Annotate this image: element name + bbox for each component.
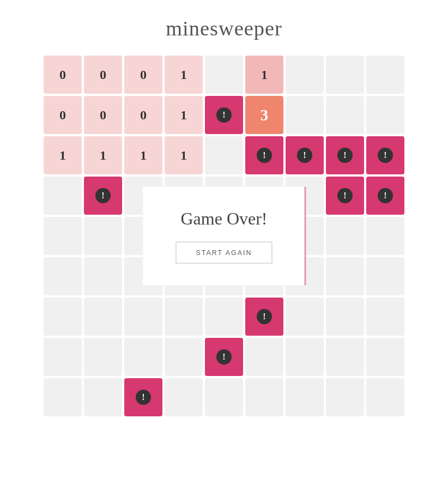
cell-3-7[interactable]: ! — [326, 177, 364, 215]
cell-4-7[interactable] — [326, 217, 364, 255]
cell-1-6[interactable] — [286, 96, 324, 134]
mine-badge: ! — [216, 349, 232, 365]
cell-7-8[interactable] — [366, 338, 404, 376]
cell-6-6[interactable] — [286, 298, 324, 336]
cell-1-3[interactable]: 1 — [165, 96, 203, 134]
cell-7-7[interactable] — [326, 338, 364, 376]
mine-badge: ! — [136, 390, 151, 405]
cell-0-3[interactable]: 1 — [165, 56, 203, 94]
cell-8-4[interactable] — [205, 378, 243, 416]
cell-8-1[interactable] — [84, 378, 122, 416]
cell-0-4[interactable] — [205, 56, 243, 94]
cell-8-7[interactable] — [326, 378, 364, 416]
cell-0-6[interactable] — [286, 56, 324, 94]
cell-1-5[interactable]: 3 — [245, 96, 283, 134]
cell-6-4[interactable] — [205, 298, 243, 336]
cell-7-1[interactable] — [84, 338, 122, 376]
cell-2-8[interactable]: ! — [366, 136, 404, 174]
cell-0-7[interactable] — [326, 56, 364, 94]
game-over-text: Game Over! — [175, 209, 272, 229]
cell-8-2[interactable]: ! — [124, 378, 162, 416]
cell-1-2[interactable]: 0 — [124, 96, 162, 134]
mine-badge: ! — [337, 148, 353, 163]
cell-2-7[interactable]: ! — [326, 136, 364, 174]
cell-0-5[interactable]: 1 — [245, 56, 283, 94]
mine-badge: ! — [378, 148, 393, 163]
cell-7-3[interactable] — [165, 338, 203, 376]
mine-badge: ! — [378, 188, 393, 203]
cell-8-6[interactable] — [286, 378, 324, 416]
game-board: 000110001!31111!!!!!!!!!! Game Over! STA… — [44, 56, 404, 416]
cell-4-0[interactable] — [44, 217, 82, 255]
mine-badge: ! — [216, 107, 232, 123]
cell-8-3[interactable] — [165, 378, 203, 416]
overlay-border-decoration — [305, 187, 306, 286]
cell-2-5[interactable]: ! — [245, 136, 283, 174]
cell-5-1[interactable] — [84, 257, 122, 295]
cell-0-8[interactable] — [366, 56, 404, 94]
cell-2-2[interactable]: 1 — [124, 136, 162, 174]
cell-7-5[interactable] — [245, 338, 283, 376]
mine-badge: ! — [337, 188, 353, 203]
cell-1-8[interactable] — [366, 96, 404, 134]
cell-1-4[interactable]: ! — [205, 96, 243, 134]
cell-8-5[interactable] — [245, 378, 283, 416]
cell-2-6[interactable]: ! — [286, 136, 324, 174]
cell-2-0[interactable]: 1 — [44, 136, 82, 174]
cell-6-3[interactable] — [165, 298, 203, 336]
cell-2-3[interactable]: 1 — [165, 136, 203, 174]
game-over-overlay: Game Over! START AGAIN — [142, 186, 305, 286]
cell-3-0[interactable] — [44, 177, 82, 215]
cell-3-1[interactable]: ! — [84, 177, 122, 215]
cell-0-1[interactable]: 0 — [84, 56, 122, 94]
page-title: minesweeper — [166, 16, 282, 40]
mine-badge: ! — [257, 309, 272, 324]
cell-2-1[interactable]: 1 — [84, 136, 122, 174]
cell-8-8[interactable] — [366, 378, 404, 416]
cell-8-0[interactable] — [44, 378, 82, 416]
cell-7-6[interactable] — [286, 338, 324, 376]
cell-1-0[interactable]: 0 — [44, 96, 82, 134]
cell-0-2[interactable]: 0 — [124, 56, 162, 94]
cell-6-5[interactable]: ! — [245, 298, 283, 336]
cell-5-8[interactable] — [366, 257, 404, 295]
cell-5-0[interactable] — [44, 257, 82, 295]
cell-5-7[interactable] — [326, 257, 364, 295]
cell-1-1[interactable]: 0 — [84, 96, 122, 134]
cell-2-4[interactable] — [205, 136, 243, 174]
cell-7-0[interactable] — [44, 338, 82, 376]
cell-6-1[interactable] — [84, 298, 122, 336]
cell-4-8[interactable] — [366, 217, 404, 255]
cell-6-2[interactable] — [124, 298, 162, 336]
mine-badge: ! — [257, 148, 272, 163]
mine-badge: ! — [95, 188, 111, 203]
cell-1-7[interactable] — [326, 96, 364, 134]
mine-badge: ! — [297, 148, 312, 163]
cell-6-0[interactable] — [44, 298, 82, 336]
cell-7-4[interactable]: ! — [205, 338, 243, 376]
cell-6-8[interactable] — [366, 298, 404, 336]
cell-0-0[interactable]: 0 — [44, 56, 82, 94]
cell-4-1[interactable] — [84, 217, 122, 255]
start-again-button[interactable]: START AGAIN — [175, 242, 272, 264]
cell-6-7[interactable] — [326, 298, 364, 336]
cell-3-8[interactable]: ! — [366, 177, 404, 215]
cell-7-2[interactable] — [124, 338, 162, 376]
